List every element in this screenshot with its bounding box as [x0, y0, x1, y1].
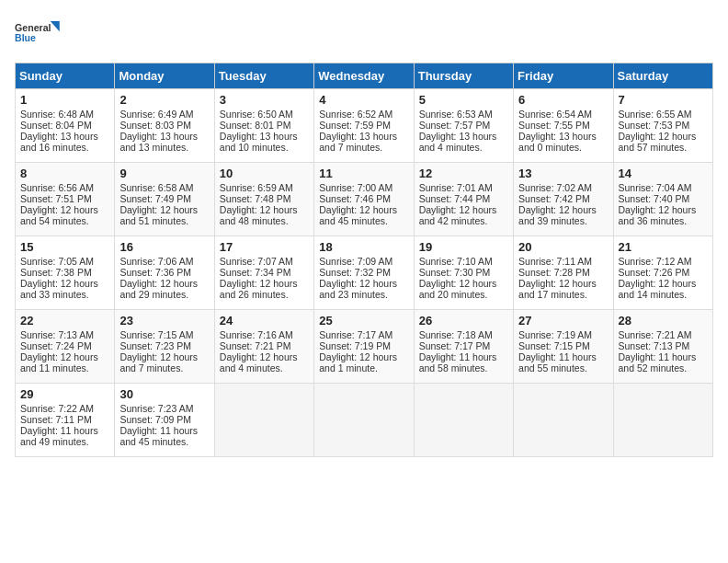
calendar-header-cell: Tuesday [214, 63, 313, 89]
daylight-text: Daylight: 12 hours and 23 minutes. [319, 278, 397, 300]
sunrise-text: Sunrise: 7:15 AM [119, 329, 193, 340]
calendar-cell: 19Sunrise: 7:10 AMSunset: 7:30 PMDayligh… [414, 236, 513, 310]
sunset-text: Sunset: 7:57 PM [419, 120, 491, 131]
calendar-header-cell: Monday [115, 63, 214, 89]
calendar-cell: 16Sunrise: 7:06 AMSunset: 7:36 PMDayligh… [115, 236, 214, 310]
day-number: 6 [518, 93, 608, 107]
calendar-cell: 12Sunrise: 7:01 AMSunset: 7:44 PMDayligh… [414, 163, 513, 236]
sunset-text: Sunset: 7:17 PM [419, 340, 491, 351]
calendar-cell: 10Sunrise: 6:59 AMSunset: 7:48 PMDayligh… [214, 163, 313, 236]
calendar-cell: 24Sunrise: 7:16 AMSunset: 7:21 PMDayligh… [214, 310, 313, 384]
sunset-text: Sunset: 7:59 PM [319, 120, 391, 131]
day-number: 9 [119, 167, 209, 180]
daylight-text: Daylight: 12 hours and 39 minutes. [518, 204, 597, 226]
sunset-text: Sunset: 7:32 PM [319, 267, 391, 278]
daylight-text: Daylight: 12 hours and 54 minutes. [20, 204, 98, 226]
day-number: 18 [319, 240, 408, 254]
sunrise-text: Sunrise: 7:10 AM [419, 256, 493, 267]
sunrise-text: Sunrise: 6:53 AM [419, 109, 493, 120]
calendar-cell: 26Sunrise: 7:18 AMSunset: 7:17 PMDayligh… [414, 310, 513, 384]
sunrise-text: Sunrise: 7:01 AM [419, 182, 493, 193]
sunset-text: Sunset: 7:23 PM [119, 340, 191, 351]
day-number: 12 [419, 167, 508, 180]
sunset-text: Sunset: 7:51 PM [20, 193, 92, 204]
sunset-text: Sunset: 7:55 PM [518, 120, 590, 131]
sunrise-text: Sunrise: 6:54 AM [518, 109, 592, 120]
day-number: 17 [220, 240, 309, 254]
calendar-week-row: 8Sunrise: 6:56 AMSunset: 7:51 PMDaylight… [16, 163, 713, 236]
daylight-text: Daylight: 12 hours and 14 minutes. [619, 278, 697, 300]
day-number: 14 [619, 167, 708, 180]
sunset-text: Sunset: 8:01 PM [220, 120, 291, 131]
daylight-text: Daylight: 12 hours and 57 minutes. [619, 131, 697, 153]
daylight-text: Daylight: 13 hours and 7 minutes. [319, 131, 397, 153]
calendar-header-cell: Saturday [613, 63, 712, 89]
calendar-cell: 4Sunrise: 6:52 AMSunset: 7:59 PMDaylight… [314, 89, 414, 163]
logo-svg: General Blue [15, 15, 61, 52]
calendar-cell: 3Sunrise: 6:50 AMSunset: 8:01 PMDaylight… [214, 89, 313, 163]
sunset-text: Sunset: 7:38 PM [20, 267, 92, 278]
sunset-text: Sunset: 7:34 PM [220, 267, 291, 278]
daylight-text: Daylight: 11 hours and 45 minutes. [119, 425, 198, 447]
svg-marker-2 [51, 21, 60, 31]
day-number: 4 [319, 93, 408, 107]
calendar-cell: 29Sunrise: 7:22 AMSunset: 7:11 PMDayligh… [16, 384, 115, 457]
sunrise-text: Sunrise: 6:52 AM [319, 109, 392, 120]
calendar-week-row: 22Sunrise: 7:13 AMSunset: 7:24 PMDayligh… [16, 310, 713, 384]
day-number: 2 [119, 93, 209, 107]
sunset-text: Sunset: 7:36 PM [119, 267, 191, 278]
sunrise-text: Sunrise: 7:04 AM [619, 182, 692, 193]
calendar-week-row: 1Sunrise: 6:48 AMSunset: 8:04 PMDaylight… [16, 89, 713, 163]
svg-text:General: General [15, 22, 51, 33]
calendar-cell: 25Sunrise: 7:17 AMSunset: 7:19 PMDayligh… [314, 310, 414, 384]
sunrise-text: Sunrise: 7:17 AM [319, 329, 392, 340]
daylight-text: Daylight: 12 hours and 51 minutes. [119, 204, 198, 226]
calendar-cell: 13Sunrise: 7:02 AMSunset: 7:42 PMDayligh… [514, 163, 613, 236]
header: General Blue [15, 15, 713, 52]
calendar-cell [314, 384, 414, 457]
daylight-text: Daylight: 13 hours and 0 minutes. [518, 131, 597, 153]
calendar-cell [613, 384, 712, 457]
day-number: 26 [419, 314, 508, 327]
daylight-text: Daylight: 12 hours and 20 minutes. [419, 278, 497, 300]
sunrise-text: Sunrise: 7:19 AM [518, 329, 592, 340]
daylight-text: Daylight: 12 hours and 36 minutes. [619, 204, 697, 226]
daylight-text: Daylight: 12 hours and 11 minutes. [20, 351, 98, 373]
sunset-text: Sunset: 7:30 PM [419, 267, 491, 278]
sunset-text: Sunset: 7:46 PM [319, 193, 391, 204]
calendar-cell [514, 384, 613, 457]
daylight-text: Daylight: 13 hours and 16 minutes. [20, 131, 98, 153]
sunset-text: Sunset: 7:49 PM [119, 193, 191, 204]
sunrise-text: Sunrise: 7:18 AM [419, 329, 493, 340]
calendar-cell: 5Sunrise: 6:53 AMSunset: 7:57 PMDaylight… [414, 89, 513, 163]
day-number: 3 [220, 93, 309, 107]
sunrise-text: Sunrise: 6:56 AM [20, 182, 94, 193]
daylight-text: Daylight: 12 hours and 26 minutes. [220, 278, 298, 300]
calendar-cell: 20Sunrise: 7:11 AMSunset: 7:28 PMDayligh… [514, 236, 613, 310]
calendar-cell: 8Sunrise: 6:56 AMSunset: 7:51 PMDaylight… [16, 163, 115, 236]
day-number: 11 [319, 167, 408, 180]
daylight-text: Daylight: 12 hours and 48 minutes. [220, 204, 298, 226]
sunrise-text: Sunrise: 6:59 AM [220, 182, 293, 193]
day-number: 10 [220, 167, 309, 180]
daylight-text: Daylight: 13 hours and 10 minutes. [220, 131, 298, 153]
sunset-text: Sunset: 7:21 PM [220, 340, 291, 351]
sunrise-text: Sunrise: 6:50 AM [220, 109, 293, 120]
sunset-text: Sunset: 7:15 PM [518, 340, 590, 351]
calendar-cell: 9Sunrise: 6:58 AMSunset: 7:49 PMDaylight… [115, 163, 214, 236]
sunrise-text: Sunrise: 7:21 AM [619, 329, 692, 340]
sunrise-text: Sunrise: 7:06 AM [119, 256, 193, 267]
sunrise-text: Sunrise: 7:23 AM [119, 403, 193, 414]
calendar-cell: 11Sunrise: 7:00 AMSunset: 7:46 PMDayligh… [314, 163, 414, 236]
daylight-text: Daylight: 12 hours and 29 minutes. [119, 278, 198, 300]
daylight-text: Daylight: 12 hours and 7 minutes. [119, 351, 198, 373]
calendar-body: 1Sunrise: 6:48 AMSunset: 8:04 PMDaylight… [16, 89, 713, 457]
sunrise-text: Sunrise: 7:12 AM [619, 256, 692, 267]
day-number: 25 [319, 314, 408, 327]
daylight-text: Daylight: 12 hours and 33 minutes. [20, 278, 98, 300]
sunset-text: Sunset: 7:48 PM [220, 193, 291, 204]
calendar-cell: 23Sunrise: 7:15 AMSunset: 7:23 PMDayligh… [115, 310, 214, 384]
sunset-text: Sunset: 7:26 PM [619, 267, 690, 278]
calendar-cell: 22Sunrise: 7:13 AMSunset: 7:24 PMDayligh… [16, 310, 115, 384]
sunset-text: Sunset: 7:42 PM [518, 193, 590, 204]
